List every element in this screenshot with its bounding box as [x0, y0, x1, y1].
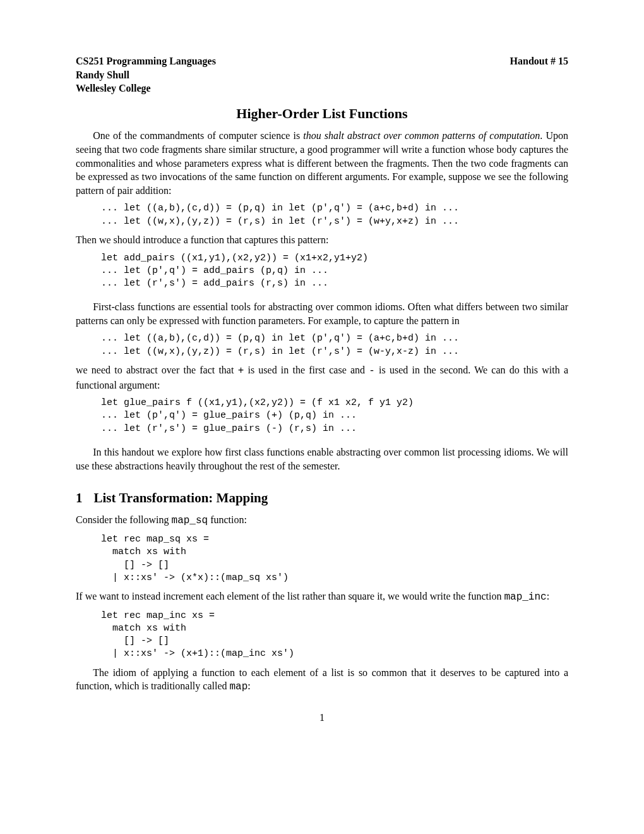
section-title: List Transformation: Mapping — [94, 490, 268, 505]
section-heading-1: 1List Transformation: Mapping — [76, 489, 568, 507]
section-num: 1 — [76, 489, 83, 507]
para-5: In this handout we explore how first cla… — [76, 445, 568, 473]
handout-num: Handout # 15 — [510, 54, 568, 95]
para8-b: : — [247, 680, 250, 691]
code-block-3: ... let ((a,b),(c,d)) = (p,q) in let (p'… — [101, 332, 568, 358]
code-block-6: let rec map_inc xs = match xs with [] ->… — [101, 610, 568, 661]
para-8: The idiom of applying a function to each… — [76, 666, 568, 694]
para-6: Consider the following map_sq function: — [76, 513, 568, 528]
course-line: CS251 Programming Languages — [76, 54, 216, 68]
para4-b: is used in the first case and — [244, 365, 369, 375]
header-row: CS251 Programming Languages Randy Shull … — [76, 54, 568, 95]
para7-b: : — [547, 591, 549, 601]
map-ident: map — [230, 681, 248, 692]
minus-symbol: - — [369, 365, 375, 377]
header-left: CS251 Programming Languages Randy Shull … — [76, 54, 216, 95]
para1-lead: One of the commandments of computer scie… — [93, 130, 303, 141]
para1-ital: thou shalt abstract over common patterns… — [303, 130, 540, 141]
page-title: Higher-Order List Functions — [76, 104, 568, 123]
para6-b: function: — [208, 514, 247, 525]
para8-a: The idiom of applying a function to each… — [76, 667, 568, 692]
page-number: 1 — [76, 711, 568, 725]
code-block-4: let glue_pairs f ((x1,y1),(x2,y2)) = (f … — [101, 397, 568, 435]
para-3: First-class functions are essential tool… — [76, 300, 568, 327]
author-line: Randy Shull — [76, 68, 216, 82]
para6-a: Consider the following — [76, 514, 172, 525]
page-root: CS251 Programming Languages Randy Shull … — [76, 54, 568, 724]
para4-a: we need to abstract over the fact that — [76, 365, 238, 375]
plus-symbol: + — [238, 365, 244, 377]
para-4: we need to abstract over the fact that +… — [76, 363, 568, 392]
code-block-5: let rec map_sq xs = match xs with [] -> … — [101, 533, 568, 584]
mapsq-ident: map_sq — [172, 515, 208, 526]
para7-a: If we want to instead increment each ele… — [76, 591, 504, 601]
college-line: Wellesley College — [76, 82, 216, 95]
code-block-1: ... let ((a,b),(c,d)) = (p,q) in let (p'… — [101, 202, 568, 228]
code-block-2: let add_pairs ((x1,y1),(x2,y2)) = (x1+x2… — [101, 252, 568, 291]
para-intro: One of the commandments of computer scie… — [76, 129, 568, 197]
para-7: If we want to instead increment each ele… — [76, 589, 568, 605]
mapinc-ident: map_inc — [504, 591, 546, 603]
para-2: Then we should introduce a function that… — [76, 233, 568, 247]
